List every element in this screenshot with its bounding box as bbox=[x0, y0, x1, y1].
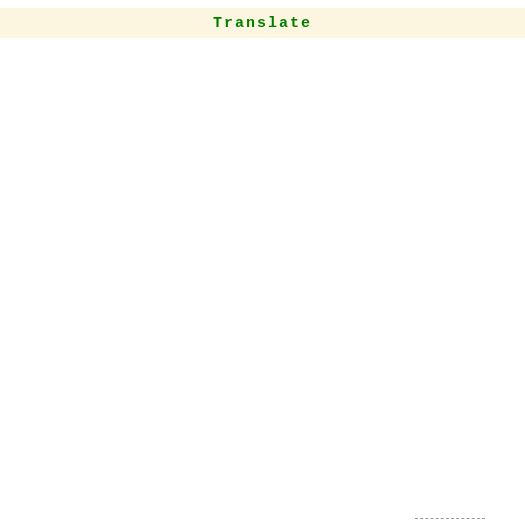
bottom-divider bbox=[415, 518, 485, 519]
heading-bar: Translate bbox=[0, 8, 525, 38]
page-title: Translate bbox=[213, 15, 312, 32]
